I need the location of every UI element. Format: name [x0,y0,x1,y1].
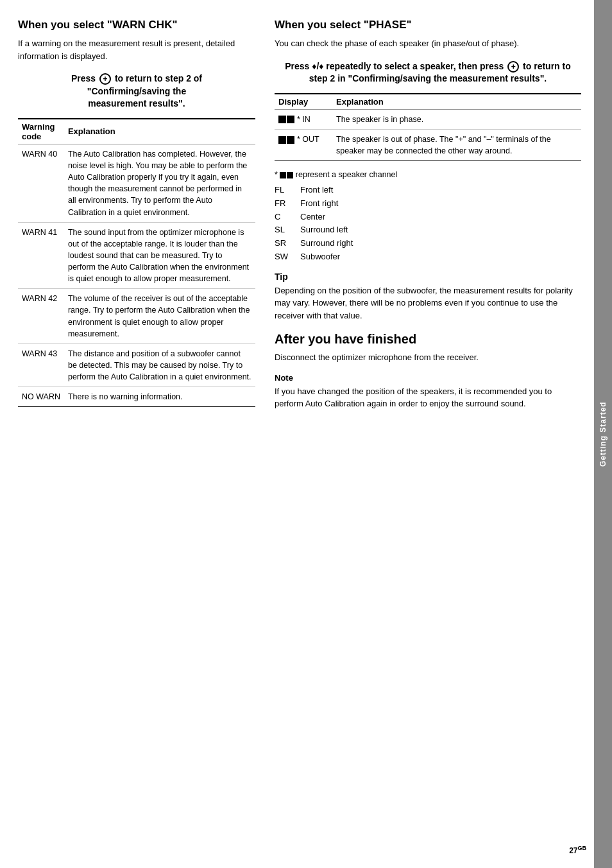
display-header: Display [275,94,332,110]
channel-abbr: C [275,211,294,224]
note-text: If you have changed the position of the … [275,385,581,410]
warning-explanation-cell: The volume of the receiver is out of the… [64,289,255,344]
warning-table-row: NO WARNThere is no warning information. [18,387,255,407]
press-instruction-left-text: Press + to return to step 2 of"Confirmin… [18,73,255,110]
warning-table: Warning code Explanation WARN 40The Auto… [18,118,255,407]
channel-name: Front right [300,197,338,211]
note-title: Note [275,373,581,383]
warning-table-row: WARN 40The Auto Calibration has complete… [18,144,255,222]
explanation-header: Explanation [332,94,581,110]
page-container: When you select "WARN CHK" If a warning … [0,0,612,868]
tip-section: Tip Depending on the position of the sub… [275,272,581,322]
phase-description: You can check the phase of each speaker … [275,37,581,50]
warning-table-body: WARN 40The Auto Calibration has complete… [18,144,255,406]
phase-display-text: * OUT [297,135,319,144]
warning-explanation-cell: There is no warning information. [64,387,255,407]
left-column: When you select "WARN CHK" If a warning … [18,18,268,850]
warning-table-row: WARN 41The sound input from the optimize… [18,222,255,289]
channel-list-item: FRFront right [275,197,581,211]
star-note-text: represent a speaker channel [296,170,397,179]
channel-name: Surround right [300,237,353,250]
phase-explanation-cell: The speaker is in phase. [332,109,581,129]
sidebar-tab: Getting Started [594,0,612,868]
phase-display-text: * IN [297,115,310,124]
warning-table-row: WARN 42The volume of the receiver is out… [18,289,255,344]
phase-display-cell: * OUT [275,129,332,161]
circle-btn-left: + [99,73,111,85]
press-instruction-right: Press ♦/♦ repeatedly to select a speaker… [275,60,581,85]
channel-abbr: SR [275,237,294,250]
warn-chk-section: When you select "WARN CHK" If a warning … [18,18,255,62]
phase-title: When you select "PHASE" [275,18,581,32]
channel-abbr: FL [275,184,294,197]
speaker-icon-star2 [287,172,293,178]
warning-explanation-cell: The sound input from the optimizer micro… [64,222,255,289]
warning-explanation-cell: The distance and position of a subwoofer… [64,343,255,386]
press-instruction-left: Press + to return to step 2 of"Confirmin… [18,73,255,110]
warning-code-cell: NO WARN [18,387,64,407]
channel-name: Center [300,211,325,224]
phase-display-cell: * IN [275,109,332,129]
warning-table-header-row: Warning code Explanation [18,119,255,144]
phase-table-header: Display Explanation [275,94,581,110]
after-finished-text: Disconnect the optimizer microphone from… [275,351,581,364]
channel-name: Subwoofer [300,250,340,264]
phase-explanation-cell: The speaker is out of phase. The "+" and… [332,129,581,161]
channel-name: Front left [300,184,333,197]
right-column: When you select "PHASE" You can check th… [268,18,581,850]
star-note: * represent a speaker channel [275,169,581,181]
phase-table-header-row: Display Explanation [275,94,581,110]
channel-list-item: FLFront left [275,184,581,197]
warning-explanation-header: Explanation [64,119,255,144]
phase-table-body: * INThe speaker is in phase.* OUTThe spe… [275,109,581,161]
channel-list-item: SLSurround left [275,223,581,237]
tip-text: Depending on the position of the subwoof… [275,284,581,322]
channel-list: FLFront leftFRFront rightCCenterSLSurrou… [275,184,581,264]
warning-code-cell: WARN 43 [18,343,64,386]
phase-icon-2 [287,116,294,123]
speaker-icon-star1 [280,172,286,178]
warn-chk-title: When you select "WARN CHK" [18,18,255,32]
circle-btn-right: + [507,61,519,73]
warning-code-cell: WARN 41 [18,222,64,289]
phase-table-row: * OUTThe speaker is out of phase. The "+… [275,129,581,161]
channel-list-item: CCenter [275,211,581,224]
phase-icon-2 [287,136,294,144]
page-number-value: 27 [569,846,577,855]
channel-name: Surround left [300,223,348,237]
channel-abbr: SW [275,250,294,264]
channel-abbr: FR [275,197,294,211]
after-finished-title: After you have finished [275,331,581,347]
note-section: Note If you have changed the position of… [275,373,581,410]
warn-chk-description: If a warning on the measurement result i… [18,37,255,62]
after-finished-section: After you have finished Disconnect the o… [275,331,581,364]
tip-title: Tip [275,272,581,282]
channel-list-item: SRSurround right [275,237,581,250]
phase-table-row: * INThe speaker is in phase. [275,109,581,129]
press-instruction-right-text: Press ♦/♦ repeatedly to select a speaker… [275,60,581,85]
phase-icon-1 [278,116,286,123]
warning-code-cell: WARN 40 [18,144,64,222]
phase-table: Display Explanation * INThe speaker is i… [275,93,581,161]
sidebar-tab-label: Getting Started [599,401,608,467]
channel-abbr: SL [275,223,294,237]
channel-list-item: SWSubwoofer [275,250,581,264]
page-suffix: GB [578,845,587,851]
warning-code-header: Warning code [18,119,64,144]
phase-icon-1 [278,136,286,144]
main-content: When you select "WARN CHK" If a warning … [0,0,594,868]
warning-table-header: Warning code Explanation [18,119,255,144]
warning-code-cell: WARN 42 [18,289,64,344]
phase-section: When you select "PHASE" You can check th… [275,18,581,50]
warning-table-row: WARN 43The distance and position of a su… [18,343,255,386]
page-number: 27GB [569,845,586,855]
warning-explanation-cell: The Auto Calibration has completed. Howe… [64,144,255,222]
